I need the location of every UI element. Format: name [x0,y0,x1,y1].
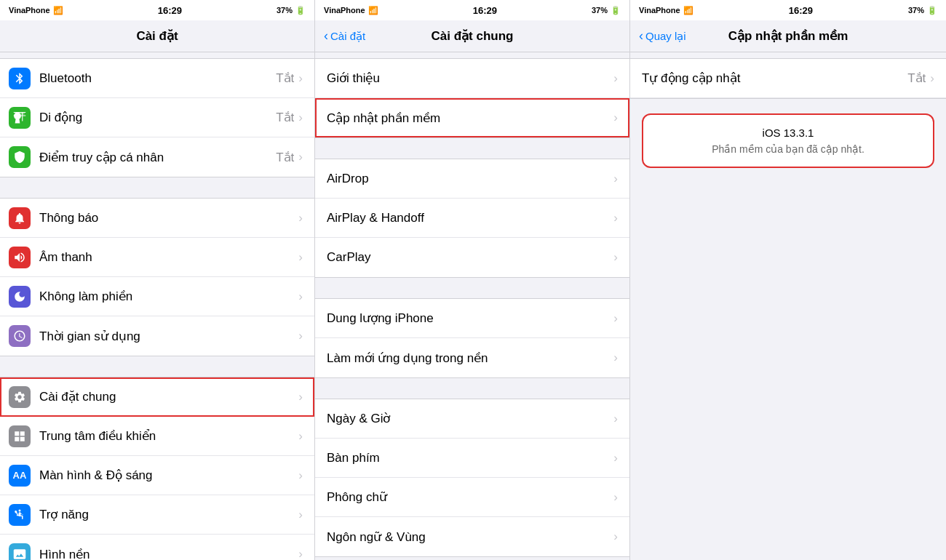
software-update-label: Cập nhật phần mềm [315,111,613,126]
general-icon [9,386,31,408]
section-1: Bluetooth Tắt › Di động Tắt › [0,58,314,177]
nav-bar-3: ‹ Quay lại Cập nhật phần mềm [630,20,946,52]
back-button-2[interactable]: ‹ Cài đặt [324,28,365,44]
airplay-label: AirPlay & Handoff [315,211,613,225]
display-icon: AA [9,465,31,487]
background-item[interactable]: Làm mới ứng dụng trong nền › [315,338,629,377]
bluetooth-icon-wrap [0,68,39,89]
status-right-2: 37% 🔋 [592,6,621,15]
back-button-3[interactable]: ‹ Quay lại [639,28,686,44]
font-chevron: › [613,490,618,505]
hotspot-icon-wrap [0,146,39,168]
bluetooth-item[interactable]: Bluetooth Tắt › [0,59,314,98]
keyboard-item[interactable]: Bàn phím › [315,439,629,478]
font-item[interactable]: Phông chữ › [315,478,629,517]
sounds-item[interactable]: Âm thanh › [0,238,314,277]
wallpaper-icon-wrap [0,543,39,560]
dnd-item[interactable]: Không làm phiền › [0,277,314,316]
wifi-icon-2: 📶 [368,6,378,15]
about-item[interactable]: Giới thiệu › [315,59,629,98]
carplay-item[interactable]: CarPlay › [315,238,629,277]
control-center-label: Trung tâm điều khiển [39,428,298,444]
datetime-chevron: › [613,412,618,426]
bluetooth-icon [9,68,31,89]
time-2: 16:29 [473,5,497,16]
hotspot-label: Điểm truy cập cá nhân [39,150,276,165]
auto-update-row[interactable]: Tự động cập nhật Tắt › [630,59,946,98]
p3-section-1: Tự động cập nhật Tắt › [630,58,946,99]
auto-update-chevron: › [930,71,934,86]
wallpaper-chevron: › [298,547,303,560]
status-bar-1: VinaPhone 📶 16:29 37% 🔋 [0,0,314,20]
wifi-icon-1: 📶 [53,6,63,15]
display-label: Màn hình & Độ sáng [39,468,298,483]
dnd-icon [9,286,31,308]
airdrop-label: AirDrop [315,172,613,186]
status-bar-3: VinaPhone 📶 16:29 37% 🔋 [630,0,946,20]
wallpaper-icon [9,543,31,560]
scroll-content-3[interactable]: Tự động cập nhật Tắt › iOS 13.3.1 Phần m… [630,52,946,560]
carplay-label: CarPlay [315,250,613,265]
nav-bar-1: Cài đặt [0,20,314,52]
hotspot-item[interactable]: Điểm truy cập cá nhân Tắt › [0,137,314,177]
mobile-icon-wrap [0,107,39,129]
p2-divider-3 [315,378,629,399]
battery-2: 37% [592,6,608,15]
battery-icon-2: 🔋 [611,6,621,15]
keyboard-label: Bàn phím [315,451,613,465]
storage-chevron: › [613,311,618,326]
nav-bar-2: ‹ Cài đặt Cài đặt chung [315,20,629,52]
notifications-item[interactable]: Thông báo › [0,199,314,238]
sounds-chevron: › [298,250,303,265]
mobile-icon [9,107,31,129]
screentime-item[interactable]: Thời gian sử dụng › [0,316,314,356]
p2-section-3: Dung lượng iPhone › Làm mới ứng dụng tro… [315,298,629,378]
storage-item[interactable]: Dung lượng iPhone › [315,299,629,338]
notifications-icon-wrap [0,207,39,229]
general-label: Cài đặt chung [39,389,298,404]
accessibility-label: Trợ năng [39,507,298,522]
p2-divider-1 [315,138,629,159]
airdrop-item[interactable]: AirDrop › [315,159,629,199]
carplay-chevron: › [613,250,618,265]
background-chevron: › [613,351,618,365]
storage-label: Dung lượng iPhone [315,311,613,326]
carrier-1: VinaPhone [9,6,50,15]
screentime-icon-wrap [0,325,39,347]
section-2: Thông báo › Âm thanh › Không làm p [0,198,314,356]
scroll-content-2[interactable]: Giới thiệu › Cập nhật phần mềm › AirDrop… [315,52,629,560]
airdrop-chevron: › [613,172,618,186]
auto-update-label: Tự động cập nhật [642,71,907,86]
wifi-icon-3: 📶 [683,6,693,15]
display-chevron: › [298,468,303,483]
mobile-label: Di động [39,110,276,125]
back-label-2: Cài đặt [330,30,365,43]
divider-1 [0,177,314,198]
datetime-item[interactable]: Ngày & Giờ › [315,399,629,439]
nav-title-1: Cài đặt [136,28,178,44]
general-chevron: › [298,390,303,404]
panel-general: VinaPhone 📶 16:29 37% 🔋 ‹ Cài đặt Cài đặ… [315,0,630,560]
accessibility-item[interactable]: Trợ năng › [0,495,314,535]
mobile-item[interactable]: Di động Tắt › [0,98,314,137]
airplay-item[interactable]: AirPlay & Handoff › [315,199,629,238]
back-label-3: Quay lại [645,30,686,43]
ios-version-title: iOS 13.3.1 [655,127,921,139]
general-item[interactable]: Cài đặt chung › [0,377,314,417]
wallpaper-item[interactable]: Hình nền › [0,535,314,560]
mobile-chevron: › [298,111,303,125]
status-bar-2: VinaPhone 📶 16:29 37% 🔋 [315,0,629,20]
display-item[interactable]: AA Màn hình & Độ sáng › [0,456,314,495]
font-label: Phông chữ [315,489,613,505]
control-center-icon-wrap [0,425,39,447]
status-left-3: VinaPhone 📶 [639,6,693,15]
dnd-chevron: › [298,289,303,304]
language-item[interactable]: Ngôn ngữ & Vùng › [315,517,629,556]
sounds-icon-wrap [0,247,39,268]
back-chevron-2: ‹ [324,28,328,44]
battery-1: 37% [277,6,293,15]
scroll-content-1[interactable]: Bluetooth Tắt › Di động Tắt › [0,52,314,560]
language-label: Ngôn ngữ & Vùng [315,529,613,545]
control-center-item[interactable]: Trung tâm điều khiển › [0,417,314,456]
software-update-item[interactable]: Cập nhật phần mềm › [315,98,629,137]
